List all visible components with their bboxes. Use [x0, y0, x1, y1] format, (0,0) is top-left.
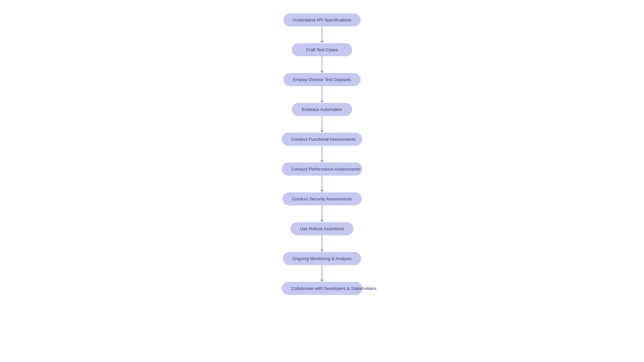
connector-6 [322, 176, 322, 192]
node-4: Embrace Automation [292, 103, 352, 116]
connector-4 [322, 116, 322, 133]
connector-7 [322, 205, 322, 222]
node-1: Understand API Specifications [283, 13, 361, 26]
connector-5 [322, 146, 322, 163]
node-8: Use Robust Assertions [290, 222, 354, 235]
node-5: Conduct Functional Assessments [282, 133, 362, 146]
connector-2 [322, 56, 322, 73]
node-10: Collaborate with Developers & Stakeholde… [282, 282, 362, 295]
connector-8 [322, 235, 322, 252]
connector-9 [322, 265, 322, 282]
node-3: Employ Diverse Test Datasets [283, 73, 360, 86]
node-6: Conduct Performance Assessments [282, 163, 362, 176]
node-9: Ongoing Monitoring & Analysis [283, 252, 361, 265]
connector-1 [322, 26, 322, 43]
flowchart: Understand API SpecificationsCraft Test … [282, 7, 362, 302]
connector-3 [322, 86, 322, 103]
node-7: Conduct Security Assessments [282, 192, 361, 205]
node-2: Craft Test Cases [292, 43, 352, 56]
